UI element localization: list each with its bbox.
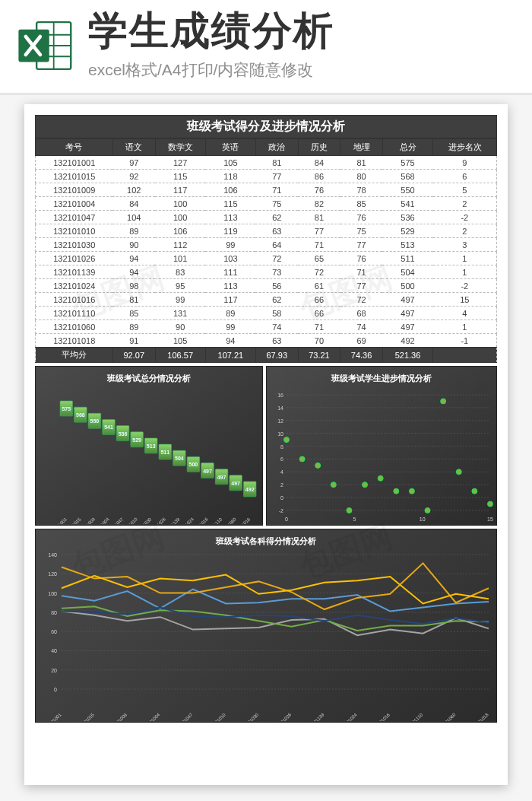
table-title: 班级考试得分及进步情况分析 bbox=[35, 115, 497, 138]
cell: 89 bbox=[112, 224, 155, 238]
cell: 550 bbox=[382, 183, 432, 197]
cell: 63 bbox=[255, 334, 298, 348]
cell: 94 bbox=[205, 334, 255, 348]
svg-text:14: 14 bbox=[277, 405, 283, 411]
sheet: 班级考试得分及进步情况分析 考号语文数学文英语政治历史地理总分进步名次 1321… bbox=[35, 115, 497, 723]
cell: 64 bbox=[255, 238, 298, 252]
cell: 2 bbox=[433, 197, 497, 211]
cell: 541 bbox=[382, 197, 432, 211]
cell: 15 bbox=[433, 293, 497, 307]
cell: 77 bbox=[340, 238, 383, 252]
cell: 66 bbox=[298, 307, 340, 320]
cell: 132101010 bbox=[36, 224, 113, 238]
cell: 62 bbox=[255, 211, 298, 224]
svg-text:132101047: 132101047 bbox=[174, 712, 194, 721]
svg-text:140: 140 bbox=[48, 552, 57, 558]
svg-text:132101110: 132101110 bbox=[404, 712, 424, 721]
cell: 72 bbox=[298, 265, 340, 279]
chart-subjects: 班级考试各科得分情况分析 020406080100120140132101001… bbox=[35, 529, 497, 723]
table-row: 132101047104100113628176536-2 bbox=[36, 211, 497, 224]
cell: 568 bbox=[382, 170, 432, 183]
top-charts-row: 班级考试总分情况分析 57556855054153652951351150450… bbox=[35, 366, 497, 526]
cell: 536 bbox=[382, 211, 432, 224]
cell: 91 bbox=[112, 334, 155, 348]
svg-text:4: 4 bbox=[280, 469, 283, 475]
score-table: 考号语文数学文英语政治历史地理总分进步名次 132101001971271058… bbox=[35, 138, 497, 363]
svg-text:8: 8 bbox=[280, 444, 283, 450]
col-header: 语文 bbox=[112, 139, 155, 156]
cell: 132101024 bbox=[36, 279, 113, 293]
svg-text:6: 6 bbox=[280, 456, 283, 462]
cell: 94 bbox=[112, 265, 155, 279]
svg-point-72 bbox=[284, 437, 290, 443]
cell: 74 bbox=[255, 320, 298, 334]
col-header: 历史 bbox=[298, 139, 340, 156]
svg-text:529: 529 bbox=[132, 437, 141, 443]
chart-total-score: 班级考试总分情况分析 57556855054153652951351150450… bbox=[35, 366, 263, 526]
table-row: 1321010091021171067176785505 bbox=[36, 183, 497, 197]
svg-text:-2: -2 bbox=[279, 508, 283, 513]
svg-text:497: 497 bbox=[217, 475, 226, 480]
cell: -2 bbox=[433, 211, 497, 224]
cell: 1 bbox=[433, 252, 497, 265]
cell: 99 bbox=[205, 320, 255, 334]
col-header: 地理 bbox=[340, 139, 383, 156]
table-row: 1321010249895113566177500-2 bbox=[36, 279, 497, 293]
svg-text:0: 0 bbox=[285, 517, 288, 522]
svg-text:132101030: 132101030 bbox=[240, 712, 260, 721]
table-row: 132101001971271058184815759 bbox=[36, 156, 497, 170]
cell: 76 bbox=[340, 211, 383, 224]
svg-point-79 bbox=[394, 488, 399, 494]
svg-text:40: 40 bbox=[51, 648, 57, 653]
svg-text:132101010: 132101010 bbox=[207, 712, 226, 721]
cell: 70 bbox=[298, 334, 340, 348]
cell: 106 bbox=[205, 183, 255, 197]
cell: 5 bbox=[433, 183, 497, 197]
svg-point-84 bbox=[472, 488, 477, 494]
cell: 71 bbox=[298, 238, 340, 252]
col-header: 考号 bbox=[36, 139, 113, 156]
cell: 69 bbox=[340, 334, 383, 348]
col-header: 进步名次 bbox=[433, 139, 497, 156]
cell: 92 bbox=[112, 170, 155, 183]
svg-text:497: 497 bbox=[231, 481, 240, 486]
cell: 504 bbox=[382, 265, 432, 279]
cell: 132101110 bbox=[36, 307, 113, 320]
cell: 132101018 bbox=[36, 334, 113, 348]
cell: 103 bbox=[205, 252, 255, 265]
cell: 95 bbox=[155, 279, 205, 293]
cell: 84 bbox=[112, 197, 155, 211]
cell: 132101001 bbox=[36, 156, 113, 170]
svg-text:568: 568 bbox=[76, 412, 85, 418]
avg-label: 平均分 bbox=[36, 348, 113, 363]
cell: 75 bbox=[340, 224, 383, 238]
avg-cell: 73.21 bbox=[298, 348, 340, 363]
svg-text:20: 20 bbox=[51, 668, 57, 673]
cell: 66 bbox=[298, 293, 340, 307]
table-row: 13210103090112996471775133 bbox=[36, 238, 497, 252]
svg-text:0: 0 bbox=[54, 687, 57, 692]
col-header: 数学文 bbox=[155, 139, 205, 156]
cell: 1 bbox=[433, 320, 497, 334]
col-header: 总分 bbox=[382, 139, 432, 156]
cell: 80 bbox=[340, 170, 383, 183]
excel-icon bbox=[17, 17, 74, 75]
avg-cell: 92.07 bbox=[112, 348, 155, 363]
cell: 132101016 bbox=[36, 293, 113, 307]
table-row: 132101026941011037265765111 bbox=[36, 252, 497, 265]
chart-title: 班级考试总分情况分析 bbox=[36, 367, 262, 387]
cell: 81 bbox=[255, 156, 298, 170]
svg-text:120: 120 bbox=[48, 571, 57, 577]
cell: 56 bbox=[255, 279, 298, 293]
cell: 72 bbox=[340, 293, 383, 307]
cell: 77 bbox=[340, 279, 383, 293]
col-header: 政治 bbox=[255, 139, 298, 156]
chart-progress: 班级考试学生进步情况分析 -20246810121416051015 bbox=[266, 366, 497, 526]
cell: 132101139 bbox=[36, 265, 113, 279]
cell: 83 bbox=[155, 265, 205, 279]
cell: 94 bbox=[112, 252, 155, 265]
cell: 112 bbox=[155, 238, 205, 252]
cell: -2 bbox=[433, 279, 497, 293]
page-title: 学生成绩分析 bbox=[88, 5, 334, 58]
cell: 1 bbox=[433, 265, 497, 279]
